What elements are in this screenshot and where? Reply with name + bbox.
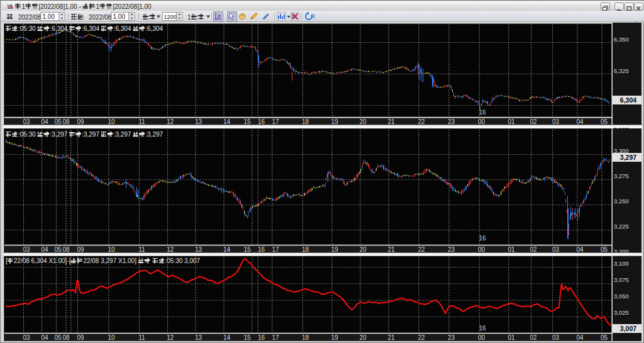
svg-text:3,250: 3,250 [614, 198, 629, 205]
svg-text:04: 04 [41, 118, 48, 125]
svg-text:18: 18 [302, 334, 309, 341]
svg-text:03: 03 [23, 246, 30, 253]
svg-text:X1.00]-[: X1.00]-[ [48, 257, 70, 264]
svg-text::05:30 3,007: :05:30 3,007 [165, 257, 201, 264]
svg-text:00: 00 [478, 246, 486, 253]
svg-text:11: 11 [138, 334, 145, 341]
svg-text:21: 21 [387, 246, 395, 253]
svg-text:6,325: 6,325 [614, 67, 629, 74]
svg-text:22: 22 [418, 246, 425, 253]
svg-text:23: 23 [448, 334, 455, 341]
svg-text:12: 12 [167, 246, 174, 253]
svg-text:08: 08 [62, 246, 70, 253]
svg-text::6,304: :6,304 [114, 25, 131, 32]
svg-text:02: 02 [530, 118, 537, 125]
svg-text:13: 13 [195, 334, 203, 341]
svg-text:15: 15 [243, 246, 251, 253]
svg-text:05: 05 [54, 246, 62, 253]
svg-text:23: 23 [448, 118, 455, 125]
svg-text:16: 16 [258, 334, 265, 341]
svg-text:22: 22 [418, 118, 425, 125]
svg-text::3,297: :3,297 [145, 131, 163, 138]
svg-text:03: 03 [552, 118, 560, 125]
svg-text:02: 02 [530, 334, 537, 341]
svg-text:3,025: 3,025 [614, 309, 629, 316]
svg-text:23: 23 [448, 246, 455, 253]
svg-text::05:30: :05:30 [18, 25, 36, 32]
svg-text:13: 13 [195, 246, 203, 253]
svg-text:19: 19 [331, 118, 338, 125]
svg-text:3,297: 3,297 [620, 154, 636, 161]
svg-text:20: 20 [359, 246, 367, 253]
svg-text:01: 01 [508, 246, 515, 253]
svg-text::3,297: :3,297 [50, 131, 68, 138]
svg-text:09: 09 [77, 118, 84, 125]
svg-text:21: 21 [387, 334, 395, 341]
svg-text:00: 00 [478, 118, 486, 125]
svg-text:16: 16 [258, 246, 265, 253]
svg-text:6,304: 6,304 [620, 96, 636, 104]
svg-text:17: 17 [272, 118, 279, 125]
svg-text:03: 03 [552, 246, 560, 253]
svg-text:02: 02 [530, 246, 537, 253]
svg-text:04: 04 [576, 246, 584, 253]
svg-text:X1.00]: X1.00] [118, 257, 136, 264]
svg-text:17: 17 [272, 334, 279, 341]
svg-text:11: 11 [138, 246, 145, 253]
svg-text:10: 10 [108, 118, 115, 125]
svg-text:12: 12 [167, 334, 174, 341]
svg-text:3,100: 3,100 [614, 260, 629, 267]
svg-text:05: 05 [54, 118, 62, 125]
svg-text:16: 16 [479, 109, 486, 116]
svg-text:16: 16 [258, 118, 265, 125]
svg-text:14: 14 [223, 118, 231, 125]
svg-text:08: 08 [62, 118, 70, 125]
svg-text:01: 01 [508, 118, 515, 125]
svg-text:00: 00 [478, 334, 486, 341]
svg-text::3,297: :3,297 [114, 131, 131, 138]
svg-text:18: 18 [302, 118, 309, 125]
svg-text:04: 04 [576, 334, 584, 341]
svg-text:22: 22 [418, 334, 425, 341]
svg-text:14: 14 [223, 246, 231, 253]
svg-text:03: 03 [23, 334, 30, 341]
svg-text:13: 13 [195, 118, 203, 125]
svg-text:14: 14 [223, 334, 231, 341]
svg-text:3,007: 3,007 [620, 325, 636, 332]
svg-text::6,304: :6,304 [145, 25, 163, 32]
svg-text:05: 05 [54, 334, 62, 341]
svg-text:19: 19 [331, 246, 338, 253]
svg-text:16: 16 [479, 325, 486, 332]
svg-text:16: 16 [479, 235, 486, 242]
svg-text:[: [ [6, 257, 8, 264]
svg-text:03: 03 [552, 334, 560, 341]
svg-text::6,304: :6,304 [82, 25, 99, 32]
svg-text:08: 08 [62, 334, 70, 341]
svg-text:10: 10 [108, 246, 115, 253]
svg-text:21: 21 [387, 118, 395, 125]
svg-text:04: 04 [41, 246, 48, 253]
svg-text:3,050: 3,050 [614, 293, 629, 300]
svg-text:05: 05 [601, 246, 608, 253]
svg-text:04: 04 [576, 118, 584, 125]
svg-text:05: 05 [601, 118, 608, 125]
svg-text:12: 12 [167, 118, 174, 125]
svg-text:19: 19 [331, 334, 338, 341]
svg-text:10: 10 [108, 334, 115, 341]
svg-text:6,350: 6,350 [614, 36, 629, 43]
svg-text::05:30: :05:30 [18, 131, 36, 138]
svg-text:18: 18 [302, 246, 309, 253]
svg-text:09: 09 [77, 334, 84, 341]
svg-text:01: 01 [508, 334, 515, 341]
svg-text:11: 11 [138, 118, 145, 125]
svg-text:03: 03 [23, 118, 30, 125]
svg-text:15: 15 [243, 118, 251, 125]
svg-text:04: 04 [41, 334, 48, 341]
svg-text:22/08 3,297: 22/08 3,297 [83, 257, 116, 264]
svg-text:15: 15 [243, 334, 251, 341]
svg-text:17: 17 [272, 246, 279, 253]
svg-text::3,297: :3,297 [82, 131, 99, 138]
svg-text:22/08 6,304: 22/08 6,304 [14, 257, 47, 264]
svg-text:20: 20 [359, 118, 367, 125]
svg-text:3,225: 3,225 [614, 223, 629, 230]
